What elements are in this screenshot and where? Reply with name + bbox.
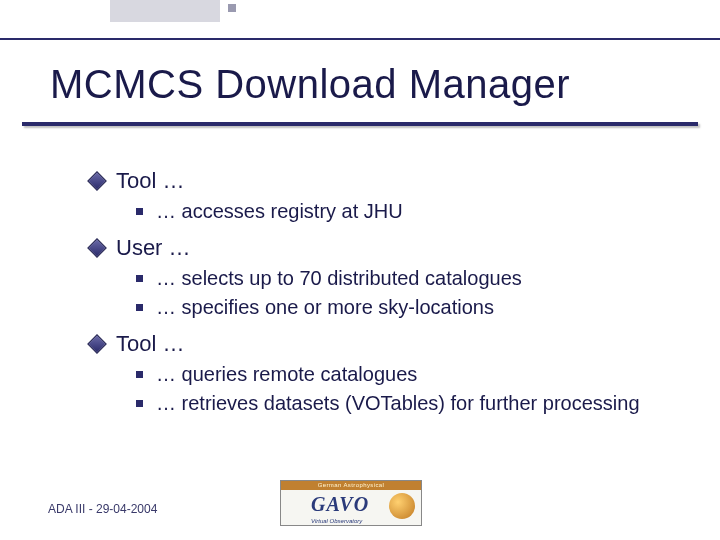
square-icon <box>136 304 143 311</box>
bullet-text: … accesses registry at JHU <box>156 200 403 222</box>
bullet-text: Tool … <box>116 331 184 356</box>
bullet-level1: Tool … <box>90 168 680 194</box>
title-underline <box>22 122 698 126</box>
bullet-text: … queries remote catalogues <box>156 363 417 385</box>
top-decoration <box>0 0 720 42</box>
logo-band: German Astrophysical <box>281 481 421 490</box>
logo-name: GAVO <box>311 493 369 516</box>
bullet-text: … specifies one or more sky-locations <box>156 296 494 318</box>
footer-text: ADA III - 29-04-2004 <box>48 502 157 516</box>
square-icon <box>136 400 143 407</box>
square-icon <box>136 371 143 378</box>
bullet-text: … retrieves datasets (VOTables) for furt… <box>156 392 640 414</box>
gavo-logo: German Astrophysical GAVO Virtual Observ… <box>280 480 422 526</box>
diamond-icon <box>87 334 107 354</box>
bullet-text: Tool … <box>116 168 184 193</box>
bullet-text: User … <box>116 235 191 260</box>
top-rule <box>0 38 720 40</box>
bullet-text: … selects up to 70 distributed catalogue… <box>156 267 522 289</box>
bullet-level2: … queries remote catalogues <box>136 361 680 388</box>
bullet-level2: … selects up to 70 distributed catalogue… <box>136 265 680 292</box>
logo-subtitle: Virtual Observatory <box>311 518 362 524</box>
bullet-level2: … retrieves datasets (VOTables) for furt… <box>136 390 680 417</box>
slide-title: MCMCS Download Manager <box>50 62 570 107</box>
bullet-level2: … accesses registry at JHU <box>136 198 680 225</box>
globe-icon <box>389 493 415 519</box>
slide-body: Tool … … accesses registry at JHU User …… <box>90 158 680 419</box>
square-icon <box>136 208 143 215</box>
square-icon <box>136 275 143 282</box>
bullet-level1: User … <box>90 235 680 261</box>
bullet-level2: … specifies one or more sky-locations <box>136 294 680 321</box>
diamond-icon <box>87 238 107 258</box>
diamond-icon <box>87 171 107 191</box>
bullet-level1: Tool … <box>90 331 680 357</box>
